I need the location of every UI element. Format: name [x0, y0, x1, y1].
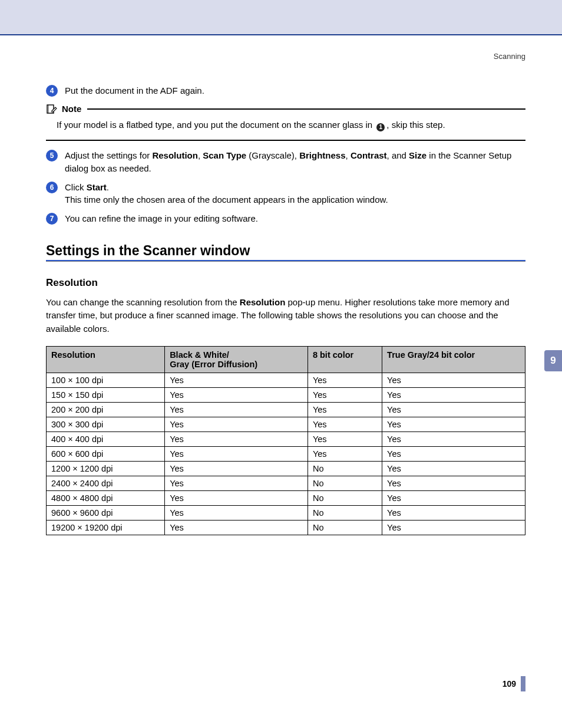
note-box: Note If your model is a flatbed type, an… — [46, 103, 525, 141]
step-5-sep3: , and — [387, 150, 409, 160]
note-label: Note — [62, 104, 81, 114]
table-cell: Yes — [165, 432, 308, 447]
step-7-text: You can refine the image in your editing… — [65, 212, 258, 225]
table-cell: Yes — [308, 432, 382, 447]
note-ref-1-icon: 1 — [376, 123, 385, 131]
step-5-gray: (Grayscale), — [246, 150, 299, 160]
step-6-bold-start: Start — [87, 182, 107, 192]
table-cell: Yes — [382, 417, 525, 432]
note-body: If your model is a flatbed type, and you… — [46, 118, 525, 141]
step-6: 6 Click Start. This time only the chosen… — [46, 181, 525, 207]
table-row: 4800 × 4800 dpiYesNoYes — [47, 491, 525, 506]
table-cell: Yes — [382, 403, 525, 417]
table-cell: 600 × 600 dpi — [47, 447, 165, 462]
table-cell: 9600 × 9600 dpi — [47, 506, 165, 521]
step-5-pre: Adjust the settings for — [65, 150, 152, 160]
table-row: 200 × 200 dpiYesYesYes — [47, 403, 525, 417]
page-content: Scanning 4 Put the document in the ADF a… — [0, 35, 562, 535]
table-cell: Yes — [308, 388, 382, 403]
resolution-para-pre: You can change the scanning resolution f… — [46, 297, 240, 307]
page-number-bar — [521, 676, 525, 691]
table-cell: 2400 × 2400 dpi — [47, 476, 165, 491]
step-number-6-icon: 6 — [46, 182, 58, 193]
table-cell: Yes — [165, 417, 308, 432]
step-5-bold-resolution: Resolution — [152, 150, 198, 160]
table-row: 150 × 150 dpiYesYesYes — [47, 388, 525, 403]
th-8bit: 8 bit color — [308, 347, 382, 373]
page-number-wrap: 109 — [503, 676, 525, 691]
table-cell: No — [308, 506, 382, 521]
table-row: 300 × 300 dpiYesYesYes — [47, 417, 525, 432]
th-resolution: Resolution — [47, 347, 165, 373]
step-5-bold-scantype: Scan Type — [203, 150, 246, 160]
table-cell: 19200 × 19200 dpi — [47, 521, 165, 535]
table-cell: No — [308, 462, 382, 476]
page-number: 109 — [503, 679, 516, 689]
step-5-sep2: , — [346, 150, 351, 160]
table-cell: No — [308, 521, 382, 535]
table-cell: Yes — [308, 447, 382, 462]
step-5-bold-brightness: Brightness — [299, 150, 345, 160]
step-4-text: Put the document in the ADF again. — [65, 84, 204, 97]
step-5-bold-size: Size — [409, 150, 427, 160]
step-6-pre: Click — [65, 182, 87, 192]
section-rule — [46, 260, 525, 262]
note-rule — [87, 108, 525, 110]
step-6-post1: . — [107, 182, 109, 192]
table-cell: 100 × 100 dpi — [47, 373, 165, 388]
table-cell: Yes — [308, 373, 382, 388]
table-cell: 300 × 300 dpi — [47, 417, 165, 432]
table-cell: No — [308, 476, 382, 491]
step-6-text: Click Start. This time only the chosen a… — [65, 181, 388, 207]
resolution-table: Resolution Black & White/ Gray (Error Di… — [46, 346, 525, 535]
subsection-title-resolution: Resolution — [46, 277, 525, 289]
step-5: 5 Adjust the settings for Resolution, Sc… — [46, 149, 525, 175]
table-row: 400 × 400 dpiYesYesYes — [47, 432, 525, 447]
step-5-sep1: , — [198, 150, 203, 160]
table-cell: Yes — [382, 388, 525, 403]
table-cell: Yes — [165, 506, 308, 521]
th-bw-line2: Gray (Error Diffusion) — [170, 360, 257, 369]
table-cell: Yes — [382, 447, 525, 462]
table-header-row: Resolution Black & White/ Gray (Error Di… — [47, 347, 525, 373]
table-row: 1200 × 1200 dpiYesNoYes — [47, 462, 525, 476]
table-cell: Yes — [308, 417, 382, 432]
table-cell: Yes — [382, 506, 525, 521]
th-bw-line1: Black & White/ — [170, 350, 229, 360]
table-cell: 400 × 400 dpi — [47, 432, 165, 447]
table-cell: Yes — [165, 403, 308, 417]
table-cell: Yes — [382, 491, 525, 506]
step-number-7-icon: 7 — [46, 213, 58, 225]
table-row: 2400 × 2400 dpiYesNoYes — [47, 476, 525, 491]
table-cell: Yes — [382, 432, 525, 447]
table-cell: Yes — [165, 447, 308, 462]
step-number-4-icon: 4 — [46, 85, 58, 97]
step-7: 7 You can refine the image in your editi… — [46, 212, 525, 225]
table-cell: Yes — [165, 521, 308, 535]
table-cell: Yes — [382, 521, 525, 535]
step-number-5-icon: 5 — [46, 150, 58, 162]
note-pencil-icon — [46, 103, 58, 115]
header-band — [0, 0, 562, 34]
note-text-pre: If your model is a flatbed type, and you… — [57, 120, 375, 130]
table-cell: Yes — [165, 388, 308, 403]
th-bw: Black & White/ Gray (Error Diffusion) — [165, 347, 308, 373]
table-cell: 200 × 200 dpi — [47, 403, 165, 417]
resolution-paragraph: You can change the scanning resolution f… — [46, 296, 525, 336]
section-title: Settings in the Scanner window — [46, 243, 525, 259]
table-cell: Yes — [382, 373, 525, 388]
table-cell: No — [308, 491, 382, 506]
note-text-post: , skip this step. — [386, 120, 445, 130]
note-header: Note — [46, 103, 525, 115]
table-row: 9600 × 9600 dpiYesNoYes — [47, 506, 525, 521]
table-row: 600 × 600 dpiYesYesYes — [47, 447, 525, 462]
step-4: 4 Put the document in the ADF again. — [46, 84, 525, 97]
table-cell: Yes — [382, 476, 525, 491]
resolution-para-bold: Resolution — [240, 297, 286, 307]
table-cell: 4800 × 4800 dpi — [47, 491, 165, 506]
th-24bit: True Gray/24 bit color — [382, 347, 525, 373]
table-cell: Yes — [165, 491, 308, 506]
step-5-text: Adjust the settings for Resolution, Scan… — [65, 149, 525, 175]
table-cell: 1200 × 1200 dpi — [47, 462, 165, 476]
table-cell: 150 × 150 dpi — [47, 388, 165, 403]
